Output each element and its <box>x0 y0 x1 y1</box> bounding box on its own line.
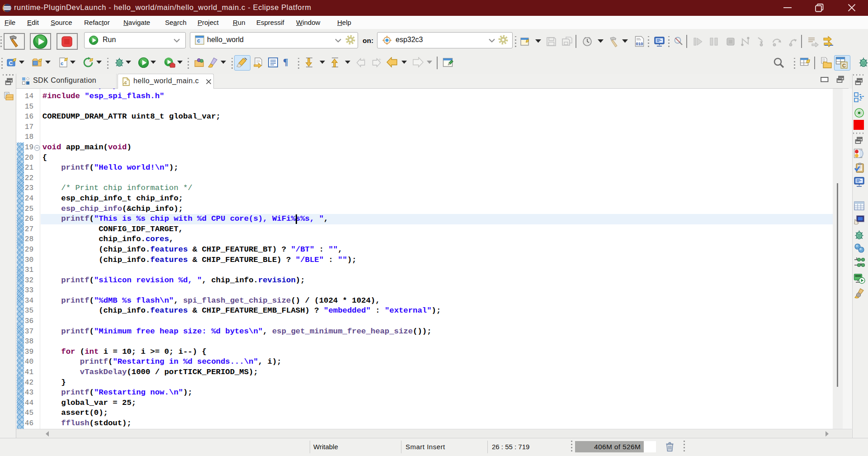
svg-text:.c: .c <box>123 80 127 85</box>
svg-text:C: C <box>842 63 846 68</box>
svg-text:010: 010 <box>636 41 643 46</box>
svg-text:c: c <box>61 61 63 66</box>
svg-text:C: C <box>9 60 13 66</box>
svg-text:c: c <box>197 38 200 44</box>
